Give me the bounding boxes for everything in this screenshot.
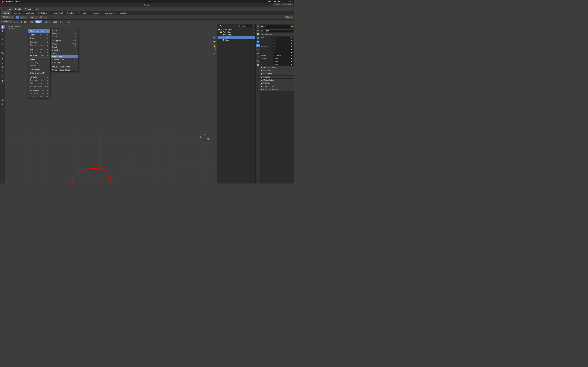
menu-help[interactable]: Help bbox=[33, 8, 40, 10]
prop-icon-view-layer[interactable]: 🔲 bbox=[256, 32, 260, 36]
tool-bevel[interactable]: ◈ bbox=[1, 65, 5, 69]
scale-x-value[interactable]: 1.000 🔒 bbox=[272, 57, 293, 60]
sub-bend[interactable]: Bend W bbox=[51, 45, 78, 49]
ctx-normals[interactable]: Normals N▶ bbox=[28, 75, 50, 78]
collections-header[interactable]: ▶ Collections bbox=[260, 72, 294, 75]
location-y-value[interactable]: 0 m 🔒 bbox=[272, 40, 293, 42]
ctx-shading[interactable]: Shading ▶ bbox=[28, 78, 50, 82]
prop-icon-output[interactable]: 📤 bbox=[256, 28, 260, 32]
prop-icon-data[interactable]: ⬡ bbox=[256, 59, 260, 63]
editbar-vertex[interactable]: Vertex bbox=[43, 20, 51, 23]
instancing-header[interactable]: ▶ Instancing bbox=[260, 75, 294, 78]
tree-camera[interactable]: 📷 Camera 👁 bbox=[217, 33, 255, 36]
tool-move[interactable]: ✛ bbox=[1, 29, 5, 33]
data-name-input[interactable] bbox=[264, 29, 293, 32]
sub-scale[interactable]: Scale S bbox=[51, 35, 78, 38]
proportional-btn[interactable]: ⊙ bbox=[43, 16, 47, 19]
editbar-view[interactable]: View bbox=[12, 20, 19, 23]
ctx-duplicate[interactable]: Duplicate D bbox=[28, 40, 50, 43]
prop-icon-material[interactable]: ⬤ bbox=[256, 63, 260, 67]
editbar-add[interactable]: Add bbox=[28, 20, 35, 23]
tool-inset[interactable]: ⊡ bbox=[1, 61, 5, 65]
prop-icon-physics[interactable]: ⚙ bbox=[256, 51, 260, 55]
sub-to-sphere[interactable]: To Sphere ⇧⌃S bbox=[51, 39, 78, 42]
prop-icon-particles[interactable]: ✦ bbox=[256, 48, 260, 51]
rotation-y-value[interactable]: 0° 🔒 bbox=[272, 48, 293, 51]
ctx-show-hide[interactable]: Show/Hide ▶ bbox=[28, 89, 50, 92]
ctx-snap-symmetry[interactable]: Snap to Symmetry bbox=[28, 71, 50, 75]
sub-rotate[interactable]: Rotate R bbox=[51, 32, 78, 35]
filter-icon[interactable]: ⚙ bbox=[253, 25, 254, 27]
window-menu[interactable]: Window bbox=[15, 0, 21, 3]
outliner-search[interactable] bbox=[238, 25, 252, 27]
sub-randomize[interactable]: Randomize bbox=[51, 55, 78, 58]
relations-header[interactable]: ▶ Relations bbox=[260, 69, 294, 72]
rotation-x-value[interactable]: 0° 🔒 bbox=[272, 45, 293, 48]
scale-y-value[interactable]: 1.000 🔒 bbox=[272, 60, 293, 63]
tab-sculpting[interactable]: Sculpting bbox=[24, 11, 36, 15]
delta-transform-header[interactable]: ▶ Delta Transform bbox=[260, 66, 294, 69]
tab-scripting[interactable]: Scripting bbox=[118, 11, 130, 15]
tab-rendering[interactable]: Rendering bbox=[89, 11, 103, 15]
tab-uv-editing[interactable]: UV Editing bbox=[36, 11, 49, 15]
global-btn[interactable]: Global bbox=[30, 16, 38, 19]
tab-shading[interactable]: Shading bbox=[65, 11, 76, 15]
tool-shrink[interactable]: ◉ bbox=[1, 98, 5, 102]
mode-select[interactable]: Edit Mode bbox=[1, 16, 14, 19]
menu-window[interactable]: Window bbox=[23, 8, 33, 10]
tool-spin[interactable]: ↺ bbox=[1, 84, 5, 88]
viewport-grid[interactable]: ⊞ bbox=[213, 52, 216, 55]
tool-measure[interactable]: 📏 bbox=[1, 51, 5, 55]
ctx-weights[interactable]: Weights ▶ bbox=[28, 82, 50, 85]
tree-scene-collection[interactable]: 📁 Scene Collection 👁 bbox=[217, 28, 255, 31]
menu-edit[interactable]: Edit bbox=[7, 8, 13, 10]
tab-animation[interactable]: Animation bbox=[77, 11, 89, 15]
sub-move[interactable]: Move G bbox=[51, 29, 78, 32]
view-layer-selector[interactable]: View Layer bbox=[282, 3, 293, 6]
editbar-uv[interactable]: UV bbox=[66, 20, 72, 23]
tool-transform[interactable]: ⊠ bbox=[1, 42, 5, 45]
motion-paths-header[interactable]: ▶ Motion Paths bbox=[260, 79, 294, 82]
tool-knife[interactable]: ✂ bbox=[1, 75, 5, 78]
tool-smooth[interactable]: ≈ bbox=[1, 88, 5, 92]
custom-properties-header[interactable]: ▶ Custom Properties bbox=[260, 88, 294, 91]
ctx-delete[interactable]: Delete X▶ bbox=[28, 95, 50, 98]
tool-cursor[interactable]: ⊕ bbox=[1, 25, 5, 29]
viewport-zoom-in[interactable]: 🔍 bbox=[213, 36, 216, 40]
tool-extrude[interactable]: ⊞ bbox=[1, 57, 5, 60]
scene-selector[interactable]: Scene bbox=[273, 3, 281, 6]
ctx-extrude[interactable]: Extrude ▶ bbox=[28, 43, 50, 47]
sub-scale-texture-space[interactable]: Scale Texture Space bbox=[51, 68, 78, 71]
tool-polypen[interactable]: ⬟ bbox=[1, 79, 5, 83]
prop-icon-scene[interactable]: 🌐 bbox=[256, 36, 260, 40]
viewport-camera[interactable]: 📷 bbox=[213, 40, 216, 44]
tool-scale[interactable]: ⤡ bbox=[1, 37, 5, 41]
tab-layout[interactable]: Layout bbox=[1, 11, 11, 15]
ctx-merge[interactable]: Merge M▶ bbox=[28, 48, 50, 51]
editbar-edge[interactable]: Edge bbox=[51, 20, 59, 23]
sub-shear[interactable]: Shear ⇧⌃⌥S bbox=[51, 42, 78, 45]
ctx-separate[interactable]: Separate P▶ bbox=[28, 54, 50, 57]
viewport-hand[interactable]: ✋ bbox=[213, 44, 216, 48]
editbar-mode[interactable]: Edit Mode bbox=[1, 20, 12, 23]
menu-render[interactable]: Render bbox=[14, 8, 23, 10]
ctx-transform[interactable]: Transform ▶ bbox=[28, 29, 50, 33]
tool-warp[interactable]: ⤾ bbox=[1, 106, 5, 110]
tree-collection[interactable]: 📁 Collection 👁 bbox=[217, 31, 255, 33]
location-z-value[interactable]: 0 m 🔒 bbox=[272, 42, 293, 45]
editbar-mesh[interactable]: Mesh bbox=[35, 20, 42, 23]
editbar-face[interactable]: Face bbox=[59, 20, 66, 23]
transform-header[interactable]: ▼ Transform bbox=[260, 33, 294, 36]
ctx-cleanup[interactable]: Clean Up ▶ bbox=[28, 92, 50, 95]
ctx-snap[interactable]: Snap ▶ bbox=[28, 36, 50, 40]
tool-loop-cut[interactable]: ⊟ bbox=[1, 69, 5, 73]
scale-z-value[interactable]: 1.000 🔒 bbox=[272, 63, 293, 66]
ctx-bisect[interactable]: Bisect bbox=[28, 58, 50, 61]
sub-move-texture-space[interactable]: Move Texture Space bbox=[51, 65, 78, 68]
tool-annotate[interactable]: ✏ bbox=[1, 47, 5, 51]
viewport-display-header[interactable]: ▶ Viewport Display bbox=[260, 85, 294, 88]
vertex-mode-btn[interactable]: ⬡ bbox=[16, 16, 19, 19]
sub-warp[interactable]: Warp bbox=[51, 52, 78, 55]
mode-dropdown[interactable]: XYZ Euler ▼ bbox=[272, 54, 293, 57]
fake-user-icon[interactable]: 🔒 bbox=[291, 25, 293, 27]
